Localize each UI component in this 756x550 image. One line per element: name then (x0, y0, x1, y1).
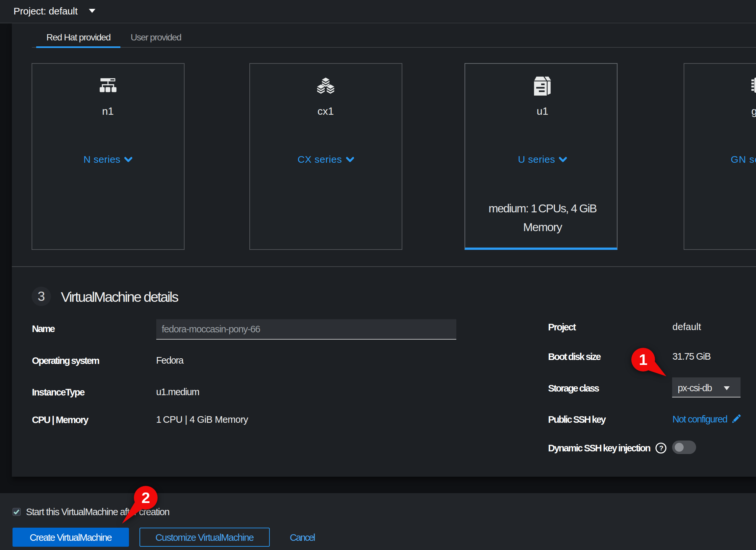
svg-text:?: ? (659, 444, 663, 452)
svg-text:1: 1 (639, 351, 647, 368)
svg-text:2: 2 (141, 489, 150, 506)
